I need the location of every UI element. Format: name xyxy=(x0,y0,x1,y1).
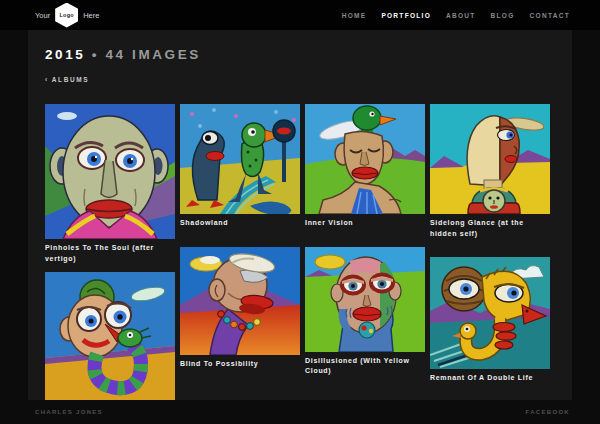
albums-back-link[interactable]: ‹ALBUMS xyxy=(45,76,89,83)
gallery-item-blind-to-possibility[interactable]: Blind To Possibility xyxy=(180,247,300,370)
painting-inner-vision xyxy=(305,104,425,214)
gallery-item-snake-portrait[interactable] xyxy=(45,272,175,400)
album-year: 2015 xyxy=(45,47,85,62)
gallery-item-pinholes[interactable]: Pinholes To The Soul (after vertigo) xyxy=(45,104,175,264)
page-title: 2015 • 44 IMAGES xyxy=(45,47,555,62)
painting-snake-neck-face xyxy=(45,272,175,400)
image-caption: Disillusioned (With Yellow Cloud) xyxy=(305,356,425,377)
footer-facebook-link[interactable]: FACEBOOK xyxy=(526,409,570,415)
gallery-item-remnant[interactable]: Remnant Of A Double Life xyxy=(430,257,550,384)
gallery-column-1: Pinholes To The Soul (after vertigo) xyxy=(45,104,175,400)
gallery-item-shadowland[interactable]: Shadowland xyxy=(180,104,300,229)
chevron-left-icon: ‹ xyxy=(45,76,49,83)
nav-home[interactable]: HOME xyxy=(342,12,367,19)
painting-remnant-of-a-double-life xyxy=(430,257,550,369)
image-caption: Inner Vision xyxy=(305,218,425,229)
image-caption: Pinholes To The Soul (after vertigo) xyxy=(45,243,175,264)
gallery-column-4: Sidelong Glance (at the hidden self) xyxy=(430,104,550,384)
page-footer: CHARLES JONES FACEBOOK xyxy=(0,400,600,424)
content-panel: 2015 • 44 IMAGES ‹ALBUMS xyxy=(28,30,572,400)
gallery-grid: Pinholes To The Soul (after vertigo) xyxy=(45,104,555,400)
gallery-item-sidelong-glance[interactable]: Sidelong Glance (at the hidden self) xyxy=(430,104,550,239)
footer-site-owner: CHARLES JONES xyxy=(35,409,103,415)
nav-about[interactable]: ABOUT xyxy=(446,12,476,19)
image-caption: Remnant Of A Double Life xyxy=(430,373,550,384)
nav-blog[interactable]: BLOG xyxy=(491,12,515,19)
painting-pinholes-to-the-soul xyxy=(45,104,175,239)
painting-sidelong-glance xyxy=(430,104,550,214)
image-count: 44 IMAGES xyxy=(105,47,200,62)
gallery-item-inner-vision[interactable]: Inner Vision xyxy=(305,104,425,229)
albums-back-label: ALBUMS xyxy=(52,76,89,83)
logo-word-mid: Logo xyxy=(60,12,74,18)
painting-disillusioned xyxy=(305,247,425,352)
gallery-column-3: Inner Vision xyxy=(305,104,425,377)
top-header: Your Logo Here HOME PORTFOLIO ABOUT BLOG… xyxy=(0,0,600,30)
image-caption: Blind To Possibility xyxy=(180,359,300,370)
hexagon-logo-icon: Logo xyxy=(55,3,78,28)
logo-word-right: Here xyxy=(83,11,99,20)
title-separator: • xyxy=(92,47,99,62)
painting-shadowland xyxy=(180,104,300,214)
gallery-column-2: Shadowland xyxy=(180,104,300,369)
nav-contact[interactable]: CONTACT xyxy=(530,12,570,19)
image-caption: Shadowland xyxy=(180,218,300,229)
image-caption: Sidelong Glance (at the hidden self) xyxy=(430,218,550,239)
main-nav: HOME PORTFOLIO ABOUT BLOG CONTACT xyxy=(342,12,570,19)
gallery-item-disillusioned[interactable]: Disillusioned (With Yellow Cloud) xyxy=(305,247,425,377)
painting-blind-to-possibility xyxy=(180,247,300,355)
logo-word-left: Your xyxy=(35,11,50,20)
site-logo[interactable]: Your Logo Here xyxy=(35,3,99,28)
nav-portfolio[interactable]: PORTFOLIO xyxy=(381,12,431,19)
